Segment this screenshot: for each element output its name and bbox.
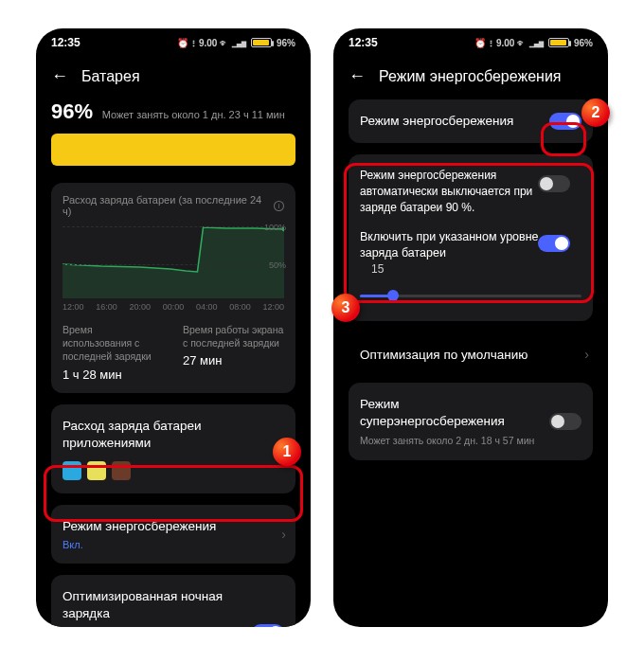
psm-auto-on-toggle[interactable] [538, 235, 570, 252]
default-optimization-row[interactable]: Оптимизация по умолчанию › [349, 332, 593, 377]
app-icon [87, 461, 106, 480]
battery-summary: 96% Может занять около 1 дн. 23 ч 11 мин [51, 99, 295, 166]
psm-threshold-slider[interactable] [360, 285, 581, 306]
power-saving-state: Вкл. [63, 539, 284, 550]
header: ← Батарея [51, 57, 295, 99]
battery-percent: 96% [51, 99, 93, 123]
night-charging-row[interactable]: Оптимизированная ночная зарядка Чтобы пр… [51, 575, 295, 627]
status-bar: 12:35 ⏰ ⋮ 9.00 ᯤ ▁▃▅ 96% [51, 28, 295, 57]
psm-master-toggle[interactable] [549, 113, 581, 130]
usage-since-charge-label: Время использования с последней зарядки [63, 323, 164, 364]
app-icon [112, 461, 131, 480]
chart-x-labels: 12:0016:0020:0000:0004:0008:0012:00 [63, 302, 284, 312]
back-icon[interactable]: ← [51, 66, 68, 86]
battery-icon [251, 38, 272, 47]
super-psm-row[interactable]: Режим суперэнергосбережения Может занять… [349, 383, 593, 461]
chevron-right-icon: › [584, 347, 589, 362]
app-icons [63, 461, 284, 480]
psm-auto-off-toggle[interactable] [538, 175, 570, 192]
battery-chart: 100%50% [63, 224, 284, 298]
page-title: Режим энергосбережения [379, 68, 562, 85]
status-time: 12:35 [349, 36, 378, 49]
battery-icon [548, 38, 569, 47]
status-icons: ⏰ ⋮ 9.00 ᯤ ▁▃▅ 96% [177, 38, 295, 48]
night-charging-toggle[interactable] [252, 624, 284, 627]
status-bar: 12:35 ⏰ ⋮ 9.00 ᯤ ▁▃▅ 96% [349, 28, 593, 57]
psm-auto-on-label: Включить при указанном уровне заряда бат… [360, 229, 540, 262]
psm-auto-group: Режим энергосбережения автоматически вык… [349, 154, 593, 320]
chevron-right-icon: › [281, 527, 286, 542]
chart-caption: Расход заряда батареи (за последние 24 ч… [63, 194, 270, 217]
app-icon [63, 461, 81, 480]
header: ← Режим энергосбережения [349, 57, 593, 99]
power-saving-mode-row[interactable]: Режим энергосбережения Вкл. › [51, 505, 295, 564]
super-psm-toggle[interactable] [549, 413, 581, 430]
psm-master-row[interactable]: Режим энергосбережения [349, 99, 593, 143]
psm-threshold-value: 15 [371, 262, 581, 276]
info-icon[interactable]: i [274, 201, 284, 211]
app-usage-row[interactable]: Расход заряда батареи приложениями [51, 404, 295, 493]
phone-right: 12:35 ⏰ ⋮ 9.00 ᯤ ▁▃▅ 96% ← Режим энергос… [333, 28, 608, 627]
battery-bar [51, 134, 295, 166]
status-time: 12:35 [51, 36, 80, 49]
psm-auto-off-label: Режим энергосбережения автоматически вык… [360, 168, 540, 215]
status-icons: ⏰ ⋮ 9.00 ᯤ ▁▃▅ 96% [474, 38, 593, 48]
screen-since-charge-value: 27 мин [183, 353, 284, 367]
usage-chart-card[interactable]: Расход заряда батареи (за последние 24 ч… [51, 183, 295, 393]
phone-left: 12:35 ⏰ ⋮ 9.00 ᯤ ▁▃▅ 96% ← Батарея 96% М… [36, 28, 311, 627]
page-title: Батарея [81, 68, 140, 85]
battery-estimate: Может занять около 1 дн. 23 ч 11 мин [102, 109, 285, 120]
usage-since-charge-value: 1 ч 28 мин [63, 367, 164, 382]
back-icon[interactable]: ← [349, 66, 366, 86]
screen-since-charge-label: Время работы экрана с последней зарядки [183, 323, 284, 349]
